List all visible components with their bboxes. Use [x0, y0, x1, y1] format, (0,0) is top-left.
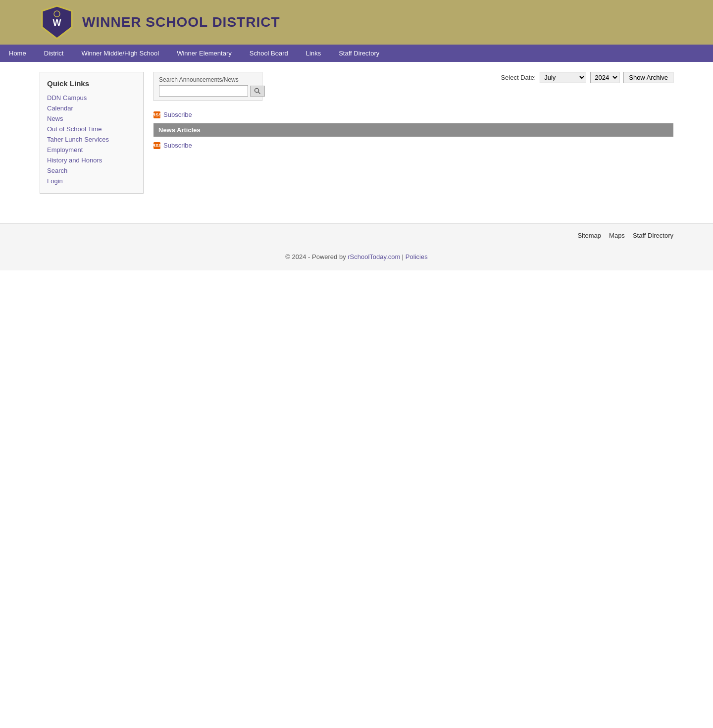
- sidebar-link-history[interactable]: History and Honors: [47, 155, 136, 165]
- month-select[interactable]: January February March April May June Ju…: [540, 72, 586, 83]
- sidebar-link-taher[interactable]: Taher Lunch Services: [47, 134, 136, 145]
- nav-staff-directory[interactable]: Staff Directory: [330, 45, 388, 62]
- subscribe-link-bottom[interactable]: Subscribe: [163, 142, 192, 149]
- show-archive-button[interactable]: Show Archive: [623, 72, 673, 83]
- main-nav: Home District Winner Middle/High School …: [0, 45, 713, 62]
- subscribe-link-top[interactable]: Subscribe: [163, 111, 192, 118]
- search-label: Search Announcements/News: [159, 76, 257, 83]
- sidebar-link-login[interactable]: Login: [47, 176, 136, 186]
- school-logo: W: [40, 5, 74, 40]
- search-box-container: Search Announcements/News: [153, 72, 262, 101]
- policies-link[interactable]: Policies: [406, 253, 428, 260]
- svg-line-4: [258, 92, 260, 93]
- subscribe-row-top: RSS Subscribe: [153, 111, 673, 118]
- subscribe-row-bottom: RSS Subscribe: [153, 142, 673, 149]
- content-area: Search Announcements/News Select Date: J…: [153, 72, 673, 154]
- nav-elementary[interactable]: Winner Elementary: [168, 45, 241, 62]
- footer-maps[interactable]: Maps: [609, 232, 625, 239]
- nav-links[interactable]: Links: [297, 45, 330, 62]
- sidebar-link-calendar[interactable]: Calendar: [47, 103, 136, 113]
- svg-text:W: W: [53, 18, 61, 28]
- search-go-button[interactable]: [250, 86, 265, 97]
- footer-links: Sitemap Maps Staff Directory: [0, 223, 713, 247]
- rss-icon-bottom: RSS: [153, 142, 160, 149]
- sidebar-link-employment[interactable]: Employment: [47, 145, 136, 155]
- rss-icon-top: RSS: [153, 111, 160, 118]
- site-title: WINNER SCHOOL DISTRICT: [82, 14, 280, 30]
- search-row: [159, 85, 257, 97]
- footer-sitemap[interactable]: Sitemap: [577, 232, 601, 239]
- site-header: W WINNER SCHOOL DISTRICT: [0, 0, 713, 45]
- rschool-link[interactable]: rSchoolToday.com: [348, 253, 400, 260]
- nav-school-board[interactable]: School Board: [241, 45, 297, 62]
- sidebar-link-search[interactable]: Search: [47, 165, 136, 176]
- sidebar-link-news[interactable]: News: [47, 113, 136, 124]
- news-articles-bar: News Articles: [153, 123, 673, 137]
- date-select-row: Select Date: January February March Apri…: [501, 72, 673, 83]
- sidebar-link-out-of-school[interactable]: Out of School Time: [47, 124, 136, 134]
- pipe-separator: |: [400, 253, 406, 260]
- nav-district[interactable]: District: [35, 45, 73, 62]
- nav-middle-high[interactable]: Winner Middle/High School: [72, 45, 168, 62]
- sidebar-title: Quick Links: [47, 79, 136, 88]
- year-select[interactable]: 2022 2023 2024: [590, 72, 619, 83]
- nav-home[interactable]: Home: [0, 45, 35, 62]
- search-icon: [254, 87, 261, 95]
- main-content: Quick Links DDN Campus Calendar News Out…: [0, 62, 713, 204]
- search-input[interactable]: [159, 85, 248, 97]
- sidebar-link-ddn[interactable]: DDN Campus: [47, 93, 136, 103]
- date-label: Select Date:: [501, 74, 536, 81]
- top-controls: Search Announcements/News Select Date: J…: [153, 72, 673, 107]
- footer-copyright: © 2024 - Powered by rSchoolToday.com | P…: [0, 247, 713, 270]
- footer-staff-directory[interactable]: Staff Directory: [633, 232, 673, 239]
- sidebar: Quick Links DDN Campus Calendar News Out…: [40, 72, 144, 194]
- copyright-text: © 2024 - Powered by: [285, 253, 348, 260]
